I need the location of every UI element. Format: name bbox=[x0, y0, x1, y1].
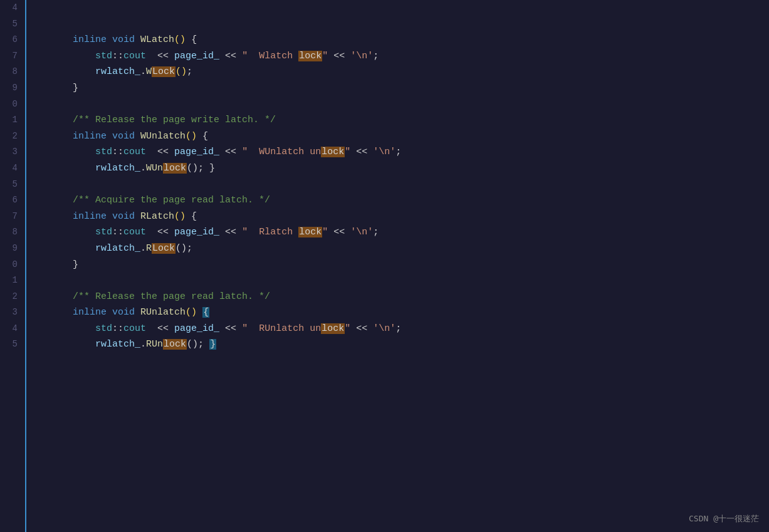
code-line-5: inline void WLatch() { bbox=[39, 16, 769, 33]
line-num-8: 8 bbox=[5, 64, 18, 80]
line-num-25: 5 bbox=[5, 336, 18, 353]
code-line-15: /** Acquire the page read latch. */ bbox=[39, 177, 769, 193]
line-num-12: 2 bbox=[5, 128, 18, 145]
line-num-4: 4 bbox=[5, 0, 18, 16]
watermark: CSDN @十一很迷茫 bbox=[689, 513, 759, 526]
line-num-9: 9 bbox=[5, 80, 18, 96]
code-line-10: /** Release the page write latch. */ bbox=[39, 96, 769, 113]
line-num-22: 2 bbox=[5, 289, 18, 305]
line-num-13: 3 bbox=[5, 144, 18, 160]
line-num-7: 7 bbox=[5, 48, 18, 65]
line-num-20: 0 bbox=[5, 257, 18, 273]
line-num-24: 4 bbox=[5, 321, 18, 337]
code-line-4 bbox=[39, 0, 769, 16]
line-num-19: 9 bbox=[5, 241, 18, 257]
code-editor: 4 5 6 7 8 9 0 1 2 3 4 5 6 7 8 9 0 1 2 3 … bbox=[0, 0, 769, 532]
code-line-9 bbox=[39, 80, 769, 96]
line-num-10: 0 bbox=[5, 96, 18, 113]
line-numbers: 4 5 6 7 8 9 0 1 2 3 4 5 6 7 8 9 0 1 2 3 … bbox=[0, 0, 26, 532]
line-num-18: 8 bbox=[5, 224, 18, 241]
line-num-14: 4 bbox=[5, 160, 18, 177]
line-num-11: 1 bbox=[5, 112, 18, 128]
line-num-21: 1 bbox=[5, 273, 18, 289]
line-num-15: 5 bbox=[5, 177, 18, 193]
line-num-17: 7 bbox=[5, 209, 18, 225]
line-num-6: 6 bbox=[5, 32, 18, 48]
line-num-16: 6 bbox=[5, 192, 18, 209]
code-line-21: /** Release the page read latch. */ bbox=[39, 273, 769, 289]
line-num-5: 5 bbox=[5, 16, 18, 33]
code-content: inline void WLatch() { std::cout << page… bbox=[26, 0, 769, 532]
line-num-23: 3 bbox=[5, 305, 18, 321]
code-line-20 bbox=[39, 257, 769, 273]
